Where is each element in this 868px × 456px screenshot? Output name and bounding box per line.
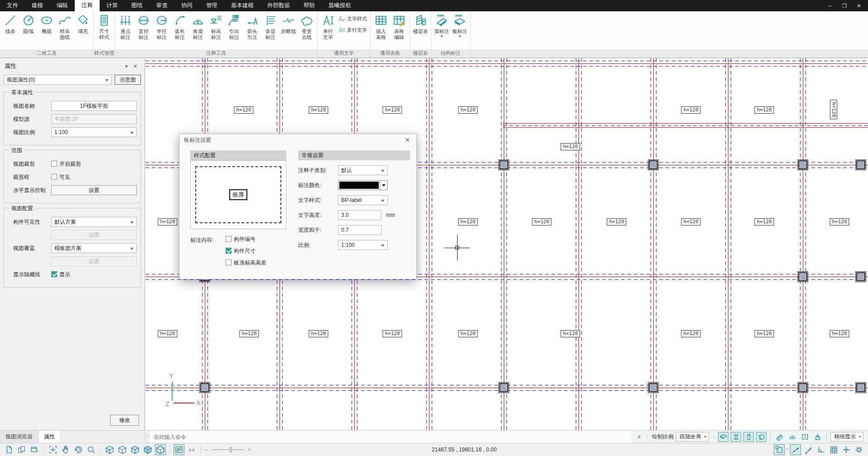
slope-draw-button[interactable]: [790, 444, 801, 455]
select-视图覆盖[interactable]: 模板图方案: [51, 243, 137, 253]
chevron-down-icon[interactable]: ▼: [440, 35, 444, 38]
menu-item-晨曦授权[interactable]: 晨曦授权: [322, 0, 358, 11]
tool-ruler[interactable]: [774, 432, 785, 442]
color-picker-标注颜色:[interactable]: [338, 180, 388, 190]
selection-box-button[interactable]: [774, 444, 785, 455]
dialog-close-icon[interactable]: ✕: [403, 136, 412, 144]
cube-white-button[interactable]: [155, 444, 166, 455]
zoom-in-button[interactable]: +: [248, 446, 251, 453]
ribbon-button-圆/弧[interactable]: 圆/弧: [19, 12, 38, 34]
modify-button[interactable]: 修改: [110, 415, 139, 426]
checkbox-开启裁剪[interactable]: [51, 161, 57, 167]
ortho-button[interactable]: [815, 444, 826, 455]
ribbon-button-填充[interactable]: 填充: [74, 12, 92, 34]
menu-item-编辑[interactable]: 编辑: [50, 0, 75, 11]
draw-scale-select[interactable]: 跟随全局: [676, 432, 709, 442]
toggle-beam-section[interactable]: [731, 432, 741, 442]
ribbon-button-弧长标注[interactable]: 弧长 标注: [171, 12, 189, 40]
ribbon-button-折断线[interactable]: 折断线: [280, 12, 298, 34]
tool-flip[interactable]: [800, 432, 810, 442]
button-水平显示控制[interactable]: 设置: [51, 185, 137, 195]
windows-button[interactable]: [16, 444, 27, 455]
zoom-out-button[interactable]: –: [205, 446, 208, 453]
ribbon-button-尺寸样式[interactable]: 尺寸 样式: [95, 12, 113, 40]
zoom-magnifier-button[interactable]: [86, 444, 96, 455]
tool-protractor[interactable]: [787, 432, 797, 442]
menu-item-注释[interactable]: 注释: [75, 0, 100, 11]
checkbox-板顶标高高差[interactable]: [226, 259, 231, 265]
select-构件可见性[interactable]: 默认方案: [51, 217, 137, 227]
close-icon[interactable]: ✕: [853, 1, 865, 10]
ribbon-button-多行文字[interactable]: 多行文字: [338, 26, 367, 34]
cube-realistic-button[interactable]: [142, 444, 153, 455]
checkbox-构件尺寸[interactable]: [226, 248, 231, 254]
new-window-button[interactable]: [29, 444, 40, 455]
ribbon-button-表格编辑[interactable]: 表格 编辑: [390, 12, 408, 40]
chevron-down-icon[interactable]: [380, 181, 387, 190]
ribbon-button-箭头引注[interactable]: 箭头 引注: [243, 12, 261, 40]
settings-gear-button[interactable]: [854, 444, 864, 455]
panel-collapse-icon[interactable]: ▾: [122, 63, 130, 69]
display-mode-select[interactable]: 精细显示: [830, 432, 863, 442]
tool-export[interactable]: [812, 432, 823, 442]
ribbon-button-梁标注[interactable]: 梁标注▼: [433, 12, 451, 38]
select-比例:[interactable]: 1:100: [338, 240, 388, 250]
menu-item-帮助[interactable]: 帮助: [297, 0, 322, 11]
restore-icon[interactable]: ❐: [838, 1, 851, 10]
ribbon-button-引出标注[interactable]: 引出 标注: [225, 12, 243, 40]
ribbon-button-楼层表[interactable]: 楼层表: [411, 12, 429, 34]
input-宽度因子:[interactable]: 0.7: [338, 225, 381, 235]
menu-item-审查[interactable]: 审查: [149, 0, 174, 11]
ribbon-button-多层标注[interactable]: 多层 标注: [261, 12, 280, 40]
ribbon-button-逐点标注[interactable]: 逐点 标注: [116, 12, 135, 40]
panel-close-icon[interactable]: ✕: [130, 63, 140, 69]
orbit-button[interactable]: [73, 444, 84, 455]
zoom-slider[interactable]: [212, 449, 244, 450]
bottom-tab-视图浏览器[interactable]: 视图浏览器: [0, 431, 39, 443]
grid-button[interactable]: [828, 444, 839, 455]
menu-item-文件[interactable]: 文件: [0, 0, 25, 11]
schematic-button[interactable]: 示意图: [115, 75, 141, 85]
menu-item-基本建模[interactable]: 基本建模: [224, 0, 260, 11]
zoom-slider-handle[interactable]: [230, 447, 232, 452]
ribbon-button-标高标注[interactable]: 标高 标注: [207, 12, 225, 40]
select-视图比例[interactable]: 1:100: [51, 127, 137, 137]
ribbon-button-样条曲线[interactable]: 样条 曲线: [56, 12, 74, 40]
ribbon-button-板标注[interactable]: 板标注▼: [451, 12, 469, 38]
field-视图名称[interactable]: 1F模板平面: [51, 101, 137, 111]
menu-item-图纸[interactable]: 图纸: [125, 0, 149, 11]
collapse-commandbar-icon[interactable]: ∧: [636, 434, 643, 440]
chevron-up-icon[interactable]: ^: [786, 447, 788, 452]
cube-wire-button[interactable]: [104, 444, 115, 455]
select-注释子类别:[interactable]: 默认: [338, 165, 388, 175]
minimize-icon[interactable]: –: [824, 1, 836, 10]
pan-hand-button[interactable]: [60, 444, 71, 455]
toggle-column[interactable]: [743, 432, 754, 442]
toggle-wall[interactable]: [756, 432, 767, 442]
select-文字样式:[interactable]: BP-label: [338, 195, 388, 205]
menu-item-管理[interactable]: 管理: [199, 0, 224, 11]
ribbon-button-角度标注[interactable]: 角度 标注: [189, 12, 207, 40]
ribbon-button-半径标注[interactable]: 半径 标注: [153, 12, 171, 40]
visual-style-button[interactable]: [174, 444, 184, 455]
command-input[interactable]: [150, 431, 631, 443]
cube-shaded-button[interactable]: [130, 444, 140, 455]
bottom-tab-属性[interactable]: 属性: [39, 431, 61, 443]
toggle-slab[interactable]: [718, 432, 728, 442]
ribbon-button-线条[interactable]: 线条: [1, 12, 19, 34]
drag-handle-icon[interactable]: ⁞: [711, 431, 716, 443]
chevron-up-icon[interactable]: ∧∧: [186, 444, 197, 455]
checkbox-可见[interactable]: [51, 174, 57, 180]
brush-button[interactable]: [803, 444, 814, 455]
checkbox-构件编号[interactable]: [226, 236, 231, 242]
menu-item-外部数据[interactable]: 外部数据: [260, 0, 297, 11]
ribbon-button-插入表格[interactable]: 插入 表格: [372, 12, 390, 40]
ribbon-button-椭圆[interactable]: 椭圆: [38, 12, 56, 34]
ribbon-button-直径标注[interactable]: 直径 标注: [135, 12, 153, 40]
view-properties-select[interactable]: 视图属性(0): [4, 75, 112, 85]
input-文字高度:[interactable]: 3.0: [338, 210, 381, 220]
menu-item-协同[interactable]: 协同: [174, 0, 199, 11]
menu-item-建模[interactable]: 建模: [25, 0, 50, 11]
drag-handle-icon[interactable]: ⁞: [145, 431, 150, 443]
cube-hidden-button[interactable]: [117, 444, 128, 455]
